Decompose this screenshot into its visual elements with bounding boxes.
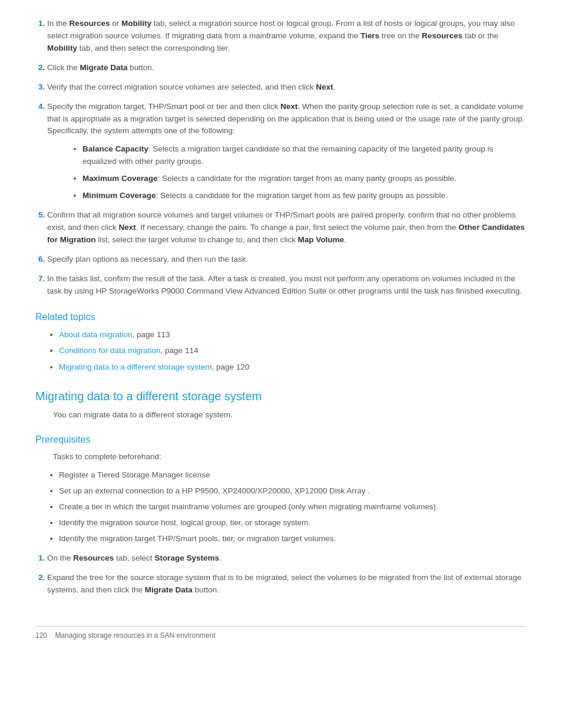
related-link-3-suffix: , page 120 bbox=[211, 363, 249, 371]
sub-bullet-minimum: Minimum Coverage: Selects a candidate fo… bbox=[82, 190, 527, 202]
related-link-3: Migrating data to a different storage sy… bbox=[59, 361, 527, 374]
bold-next3: Next bbox=[119, 223, 136, 232]
bold-migrate-data2: Migrate Data bbox=[145, 585, 193, 594]
step-5: Confirm that all migration source volume… bbox=[47, 209, 527, 246]
link-migrating-different-storage[interactable]: Migrating data to a different storage sy… bbox=[59, 363, 211, 371]
bold-maximum: Maximum Coverage bbox=[82, 174, 158, 183]
sub-bullet-maximum: Maximum Coverage: Selects a candidate fo… bbox=[82, 173, 527, 185]
section-title: Migrating data to a different storage sy… bbox=[35, 390, 527, 403]
bold-mobility: Mobility bbox=[121, 19, 151, 28]
prerequisites-list: Register a Tiered Storage Manager licens… bbox=[35, 469, 527, 545]
bold-resources: Resources bbox=[70, 19, 110, 28]
bold-tiers: Tiers bbox=[361, 31, 379, 40]
related-links-list: About data migration, page 113 Condition… bbox=[35, 328, 527, 374]
section-intro: You can migrate data to a different stor… bbox=[53, 409, 527, 421]
step2-1: On the Resources tab, select Storage Sys… bbox=[47, 552, 527, 565]
main-steps-list: In the Resources or Mobility tab, select… bbox=[35, 18, 527, 298]
related-topics-section: Related topics About data migration, pag… bbox=[35, 312, 527, 374]
bold-balance: Balance Capacity bbox=[82, 144, 148, 153]
bold-map-volume: Map Volume bbox=[297, 235, 344, 244]
bold-migrate-data: Migrate Data bbox=[80, 63, 128, 72]
step-7: In the tasks list, confirm the result of… bbox=[47, 273, 527, 298]
step-3: Verify that the correct migration source… bbox=[47, 81, 527, 94]
bold-minimum: Minimum Coverage bbox=[82, 191, 156, 200]
bold-next2: Next bbox=[280, 102, 297, 111]
link-conditions-for-data-migration[interactable]: Conditions for data migration bbox=[59, 346, 161, 355]
prereq-item-5: Identify the migration target THP/Smart … bbox=[59, 533, 527, 545]
footer: 120 Managing storage resources in a SAN … bbox=[35, 626, 527, 640]
step-1: In the Resources or Mobility tab, select… bbox=[47, 18, 527, 55]
bold-resources-tab: Resources bbox=[73, 554, 114, 562]
prerequisites-heading: Prerequisites bbox=[35, 434, 527, 445]
sub-bullets-list: Balance Capacity: Selects a migration ta… bbox=[59, 143, 527, 202]
content-area: In the Resources or Mobility tab, select… bbox=[35, 18, 527, 640]
second-steps-list: On the Resources tab, select Storage Sys… bbox=[35, 552, 527, 597]
related-link-2-suffix: , page 114 bbox=[161, 346, 199, 355]
related-link-2: Conditions for data migration, page 114 bbox=[59, 344, 527, 357]
footer-page-number: 120 bbox=[35, 631, 47, 640]
prereq-item-4: Identify the migration source host, logi… bbox=[59, 517, 527, 529]
related-topics-heading: Related topics bbox=[35, 312, 527, 322]
prereq-item-1: Register a Tiered Storage Manager licens… bbox=[59, 469, 527, 482]
bold-resources2: Resources bbox=[422, 31, 462, 40]
prerequisites-intro: Tasks to complete beforehand: bbox=[53, 451, 527, 463]
prereq-item-3: Create a tier in which the target mainfr… bbox=[59, 501, 527, 513]
link-about-data-migration[interactable]: About data migration bbox=[59, 330, 133, 339]
prereq-item-2: Set up an external connection to a HP P9… bbox=[59, 485, 527, 498]
bold-next1: Next bbox=[316, 83, 333, 91]
related-link-1-suffix: , page 113 bbox=[133, 330, 170, 339]
step-6: Specify plan options as necessary, and t… bbox=[47, 253, 527, 266]
prerequisites-section: Prerequisites Tasks to complete beforeha… bbox=[35, 434, 527, 545]
bold-mobility2: Mobility bbox=[47, 44, 77, 52]
bold-storage-systems: Storage Systems bbox=[154, 554, 219, 562]
sub-bullet-balance: Balance Capacity: Selects a migration ta… bbox=[82, 143, 527, 168]
step-2: Click the Migrate Data button. bbox=[47, 62, 527, 74]
step-4: Specify the migration target, THP/Smart … bbox=[47, 101, 527, 202]
footer-text: Managing storage resources in a SAN envi… bbox=[55, 631, 215, 640]
step2-2: Expand the tree for the source storage s… bbox=[47, 572, 527, 597]
related-link-1: About data migration, page 113 bbox=[59, 328, 527, 341]
